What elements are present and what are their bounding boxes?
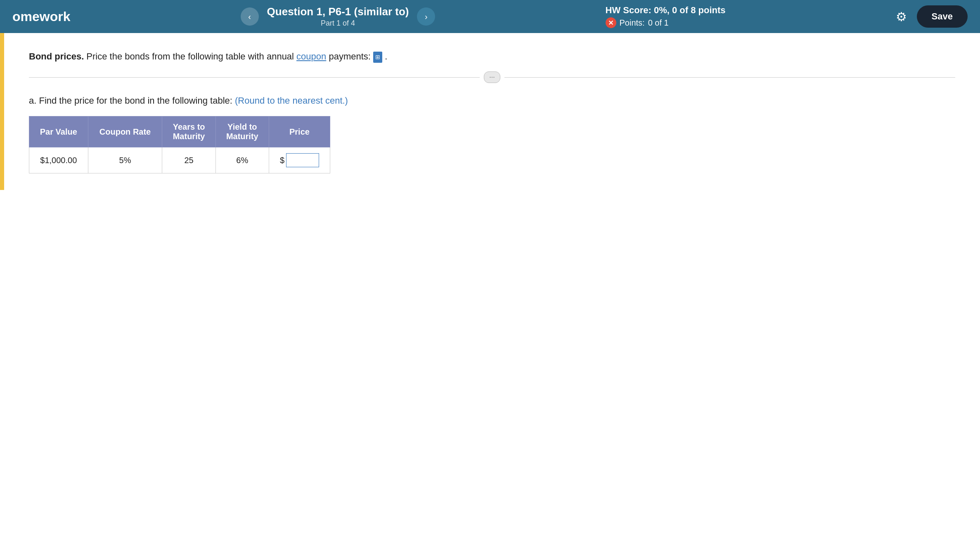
question-info: Question 1, P6-1 (similar to) Part 1 of … (267, 5, 409, 28)
gear-icon[interactable]: ⚙ (896, 9, 907, 24)
points-row: ✕ Points: 0 of 1 (606, 17, 726, 28)
score-section: HW Score: 0%, 0 of 8 points ✕ Points: 0 … (606, 5, 726, 28)
main-content: Bond prices. Price the bonds from the fo… (4, 33, 980, 190)
price-dollar-sign: $ (280, 156, 284, 165)
intro-text: Price the bonds from the following table… (84, 51, 296, 62)
question-sub: Part 1 of 4 (267, 19, 409, 28)
app-title: omework (12, 9, 70, 24)
bond-table: Par Value Coupon Rate Years toMaturity Y… (29, 116, 330, 173)
table-header-row: Par Value Coupon Rate Years toMaturity Y… (29, 116, 330, 147)
next-question-button[interactable]: › (417, 7, 435, 26)
cell-yield-to-maturity: 6% (215, 147, 269, 173)
intro-bold: Bond prices. (29, 51, 84, 62)
intro-paragraph: Bond prices. Price the bonds from the fo… (29, 50, 955, 63)
points-value: 0 of 1 (648, 18, 669, 28)
divider-dots: ··· (484, 71, 500, 83)
header-right: ⚙ Save (896, 5, 968, 28)
cell-price: $ (269, 147, 330, 173)
cell-coupon-rate: 5% (88, 147, 162, 173)
header-nav: ‹ Question 1, P6-1 (similar to) Part 1 o… (241, 5, 436, 28)
hw-score-value: 0%, 0 of 8 points (654, 5, 726, 15)
prev-question-button[interactable]: ‹ (241, 7, 259, 26)
cell-years-to-maturity: 25 (162, 147, 215, 173)
col-years-to-maturity: Years toMaturity (162, 116, 215, 147)
col-par-value: Par Value (29, 116, 88, 147)
table-row: $1,000.00 5% 25 6% $ (29, 147, 330, 173)
question-label: a. Find the price for the bond in the fo… (29, 95, 955, 106)
question-title: Question 1, P6-1 (similar to) (267, 5, 409, 18)
round-note: (Round to the nearest cent.) (235, 95, 348, 106)
header-left: omework (12, 9, 70, 24)
divider-line-right (504, 77, 955, 78)
grid-icon[interactable]: ⊞ (373, 52, 382, 63)
yellow-marker (0, 33, 4, 190)
price-input[interactable] (286, 153, 319, 167)
cell-par-value: $1,000.00 (29, 147, 88, 173)
header: omework ‹ Question 1, P6-1 (similar to) … (0, 0, 980, 33)
hw-score-label: HW Score: 0%, 0 of 8 points (606, 5, 726, 16)
coupon-link[interactable]: coupon (296, 51, 326, 62)
divider-line-left (29, 77, 480, 78)
intro-end: payments: (326, 51, 371, 62)
save-button[interactable]: Save (917, 5, 968, 28)
points-label: Points: (620, 18, 645, 28)
col-coupon-rate: Coupon Rate (88, 116, 162, 147)
col-yield-to-maturity: Yield toMaturity (215, 116, 269, 147)
points-error-icon: ✕ (606, 17, 616, 28)
content-area: Bond prices. Price the bonds from the fo… (0, 33, 980, 190)
divider: ··· (29, 71, 955, 83)
col-price: Price (269, 116, 330, 147)
